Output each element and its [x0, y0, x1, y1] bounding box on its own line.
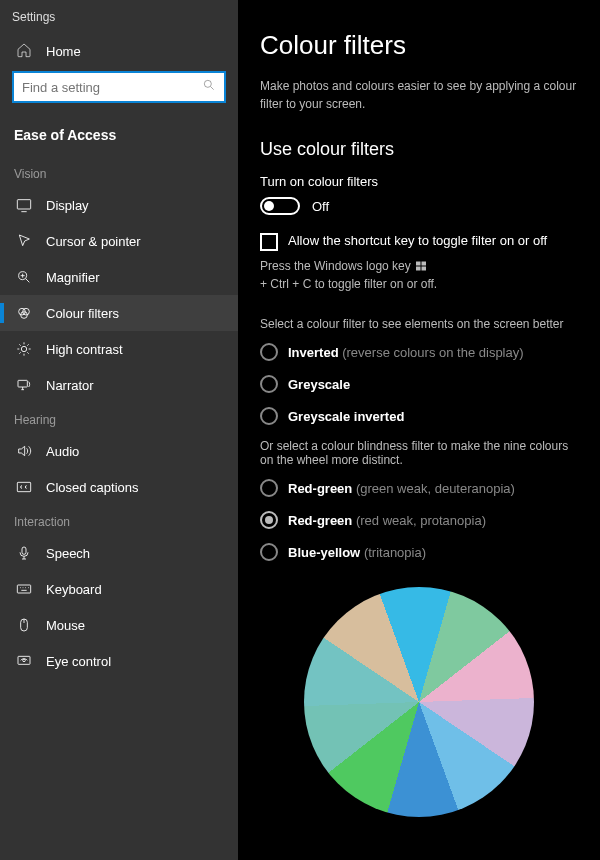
- svg-rect-12: [18, 656, 30, 664]
- shortcut-hint: Press the Windows logo key + Ctrl + C to…: [260, 259, 578, 291]
- sidebar-item-high-contrast[interactable]: High contrast: [0, 331, 238, 367]
- high-contrast-icon: [16, 341, 32, 357]
- colour-wheel: [304, 587, 534, 817]
- sidebar-item-magnifier[interactable]: Magnifier: [0, 259, 238, 295]
- radio-protanopia[interactable]: Red-green (red weak, protanopia): [260, 511, 578, 529]
- radio-icon: [260, 343, 278, 361]
- radio-icon: [260, 479, 278, 497]
- sidebar-item-label: Magnifier: [46, 270, 99, 285]
- page-title: Colour filters: [260, 30, 578, 61]
- radio-icon: [260, 407, 278, 425]
- sidebar-item-label: Cursor & pointer: [46, 234, 141, 249]
- sidebar-item-cursor[interactable]: Cursor & pointer: [0, 223, 238, 259]
- page-description: Make photos and colours easier to see by…: [260, 77, 578, 113]
- group-interaction: Interaction: [0, 505, 238, 535]
- svg-rect-10: [17, 585, 30, 593]
- svg-rect-15: [421, 262, 426, 266]
- colour-filters-toggle[interactable]: [260, 197, 300, 215]
- app-title: Settings: [0, 6, 238, 32]
- sidebar-item-eye-control[interactable]: Eye control: [0, 643, 238, 679]
- svg-point-13: [23, 659, 26, 662]
- home-button[interactable]: Home: [0, 32, 238, 71]
- svg-rect-8: [17, 482, 30, 491]
- sidebar-item-label: High contrast: [46, 342, 123, 357]
- cursor-icon: [16, 233, 32, 249]
- radio-icon: [260, 375, 278, 393]
- search-icon: [202, 78, 216, 96]
- sidebar-item-audio[interactable]: Audio: [0, 433, 238, 469]
- radio-icon: [260, 511, 278, 529]
- shortcut-checkbox-label: Allow the shortcut key to toggle filter …: [288, 233, 547, 248]
- blind-instruction: Or select a colour blindness filter to m…: [260, 439, 578, 467]
- section-title: Ease of Access: [0, 117, 238, 157]
- sidebar-item-label: Colour filters: [46, 306, 119, 321]
- sidebar-item-label: Eye control: [46, 654, 111, 669]
- radio-greyscale-inverted[interactable]: Greyscale inverted: [260, 407, 578, 425]
- sidebar-item-label: Narrator: [46, 378, 94, 393]
- display-icon: [16, 197, 32, 213]
- select-instruction: Select a colour filter to see elements o…: [260, 317, 578, 331]
- sidebar-item-speech[interactable]: Speech: [0, 535, 238, 571]
- svg-rect-7: [18, 380, 27, 387]
- radio-inverted[interactable]: Inverted (reverse colours on the display…: [260, 343, 578, 361]
- sidebar-item-mouse[interactable]: Mouse: [0, 607, 238, 643]
- search-input-wrap[interactable]: [12, 71, 226, 103]
- group-vision: Vision: [0, 157, 238, 187]
- keyboard-icon: [16, 581, 32, 597]
- sidebar-item-label: Closed captions: [46, 480, 139, 495]
- sidebar: Settings Home Ease of Access Vision Disp…: [0, 0, 238, 860]
- speech-icon: [16, 545, 32, 561]
- svg-rect-9: [22, 547, 26, 554]
- svg-rect-16: [416, 267, 421, 271]
- shortcut-checkbox[interactable]: [260, 233, 278, 251]
- sidebar-item-label: Mouse: [46, 618, 85, 633]
- colour-filters-icon: [16, 305, 32, 321]
- sidebar-item-colour-filters[interactable]: Colour filters: [0, 295, 238, 331]
- toggle-state: Off: [312, 199, 329, 214]
- radio-tritanopia[interactable]: Blue-yellow (tritanopia): [260, 543, 578, 561]
- svg-rect-17: [421, 267, 426, 271]
- radio-greyscale[interactable]: Greyscale: [260, 375, 578, 393]
- sidebar-item-label: Display: [46, 198, 89, 213]
- section-heading: Use colour filters: [260, 139, 578, 160]
- svg-point-0: [204, 80, 211, 87]
- svg-rect-1: [17, 200, 30, 209]
- search-container: [0, 71, 238, 117]
- eye-control-icon: [16, 653, 32, 669]
- sidebar-item-label: Keyboard: [46, 582, 102, 597]
- svg-point-6: [21, 346, 26, 351]
- mouse-icon: [16, 617, 32, 633]
- audio-icon: [16, 443, 32, 459]
- radio-deuteranopia[interactable]: Red-green (green weak, deuteranopia): [260, 479, 578, 497]
- svg-rect-14: [416, 262, 421, 266]
- sidebar-item-closed-captions[interactable]: Closed captions: [0, 469, 238, 505]
- sidebar-item-narrator[interactable]: Narrator: [0, 367, 238, 403]
- narrator-icon: [16, 377, 32, 393]
- windows-key-icon: [415, 260, 427, 272]
- sidebar-item-label: Audio: [46, 444, 79, 459]
- sidebar-item-display[interactable]: Display: [0, 187, 238, 223]
- toggle-label: Turn on colour filters: [260, 174, 578, 189]
- radio-icon: [260, 543, 278, 561]
- closed-captions-icon: [16, 479, 32, 495]
- sidebar-item-keyboard[interactable]: Keyboard: [0, 571, 238, 607]
- home-label: Home: [46, 44, 81, 59]
- main-content: Colour filters Make photos and colours e…: [238, 0, 600, 860]
- home-icon: [16, 42, 32, 61]
- sidebar-item-label: Speech: [46, 546, 90, 561]
- group-hearing: Hearing: [0, 403, 238, 433]
- search-input[interactable]: [22, 80, 202, 95]
- magnifier-icon: [16, 269, 32, 285]
